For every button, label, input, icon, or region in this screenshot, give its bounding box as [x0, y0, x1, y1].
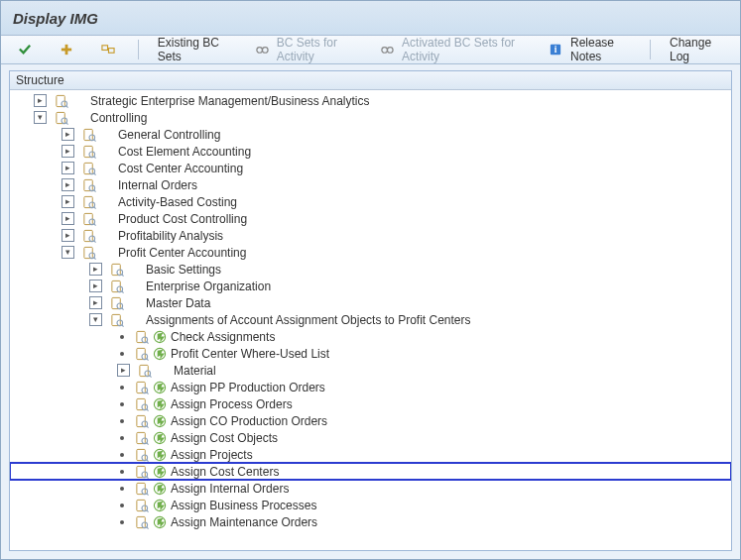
tree-label[interactable]: Assign Projects — [171, 448, 253, 462]
tree-label[interactable]: General Controlling — [118, 128, 220, 142]
expand-toggle[interactable]: ▸ — [89, 296, 102, 309]
collapse-toggle[interactable]: ▾ — [89, 313, 102, 326]
img-doc-icon[interactable] — [82, 145, 96, 159]
img-doc-icon[interactable] — [135, 381, 149, 394]
img-doc-icon[interactable] — [135, 448, 149, 462]
img-activity-icon[interactable] — [153, 431, 167, 445]
tree-row[interactable]: Assign Process Orders — [10, 395, 731, 412]
tree-label[interactable]: Assign Cost Centers — [171, 465, 279, 479]
existing-bc-sets-button[interactable]: Existing BC Sets — [149, 38, 240, 61]
tree-row[interactable]: Assign PP Production Orders — [10, 379, 731, 395]
expand-toggle[interactable]: ▸ — [62, 229, 74, 242]
img-doc-icon[interactable] — [135, 482, 149, 496]
tree-label[interactable]: Assign PP Production Orders — [171, 381, 325, 394]
tree-row[interactable]: Assign Internal Orders — [10, 480, 731, 497]
tree-row[interactable]: ▸Activity-Based Costing — [10, 193, 731, 210]
img-doc-icon[interactable] — [110, 313, 124, 327]
add-button[interactable] — [51, 38, 86, 61]
copy-button[interactable] — [92, 38, 128, 61]
img-activity-icon[interactable] — [153, 448, 167, 462]
img-activity-icon[interactable] — [153, 347, 167, 361]
tree-label[interactable]: Cost Element Accounting — [118, 145, 251, 159]
tree-row[interactable]: Assign CO Production Orders — [10, 412, 731, 429]
tree-label[interactable]: Assign Internal Orders — [171, 482, 289, 496]
expand-toggle[interactable]: ▸ — [62, 212, 74, 225]
img-activity-icon[interactable] — [153, 499, 167, 512]
tree-row[interactable]: Check Assignments — [10, 328, 731, 345]
tree-label[interactable]: Assign Business Processes — [171, 499, 316, 512]
tree-row[interactable]: ▾Profit Center Accounting — [10, 244, 731, 261]
tree-row[interactable]: Assign Cost Centers — [10, 463, 731, 480]
tree-row[interactable]: ▸General Controlling — [10, 126, 731, 143]
tree-label[interactable]: Profit Center Accounting — [118, 246, 246, 260]
tree-label[interactable]: Assignments of Account Assignment Object… — [146, 313, 471, 327]
img-doc-icon[interactable] — [135, 515, 149, 529]
img-doc-icon[interactable] — [55, 94, 68, 108]
tree-label[interactable]: Internal Orders — [118, 178, 197, 192]
tree-label[interactable]: Basic Settings — [146, 263, 221, 277]
tree-label[interactable]: Assign CO Production Orders — [171, 414, 327, 428]
img-activity-icon[interactable] — [153, 414, 167, 428]
tree-row[interactable]: ▸Cost Element Accounting — [10, 143, 731, 160]
img-doc-icon[interactable] — [82, 212, 96, 226]
img-doc-icon[interactable] — [110, 280, 124, 293]
img-doc-icon[interactable] — [55, 111, 68, 125]
tree-label[interactable]: Assign Cost Objects — [171, 431, 278, 445]
tree-label[interactable]: Material — [174, 364, 216, 378]
img-activity-icon[interactable] — [153, 482, 167, 496]
expand-toggle[interactable]: ▸ — [89, 280, 102, 292]
img-activity-icon[interactable] — [153, 397, 167, 411]
img-activity-icon[interactable] — [153, 515, 167, 529]
tree-row[interactable]: ▸Enterprise Organization — [10, 278, 731, 294]
tree-label[interactable]: Check Assignments — [171, 330, 275, 344]
img-doc-icon[interactable] — [82, 195, 96, 209]
change-log-button[interactable]: Change Log — [661, 38, 732, 61]
expand-toggle[interactable]: ▸ — [62, 128, 74, 141]
tree-label[interactable]: Assign Maintenance Orders — [171, 515, 317, 529]
tree-label[interactable]: Master Data — [146, 296, 210, 310]
release-notes-button[interactable]: Release Notes — [540, 38, 640, 61]
img-doc-icon[interactable] — [82, 162, 96, 175]
tree-row[interactable]: ▸Product Cost Controlling — [10, 210, 731, 227]
collapse-toggle[interactable]: ▾ — [34, 111, 47, 124]
tree-row[interactable]: Assign Business Processes — [10, 497, 731, 513]
img-doc-icon[interactable] — [138, 364, 152, 378]
expand-toggle[interactable]: ▸ — [117, 364, 130, 377]
img-doc-icon[interactable] — [82, 246, 96, 260]
tree-row[interactable]: ▸Material — [10, 362, 731, 379]
img-doc-icon[interactable] — [135, 397, 149, 411]
tree-row[interactable]: ▾Assignments of Account Assignment Objec… — [10, 311, 731, 328]
tree-label[interactable]: Profit Center Where-Used List — [171, 347, 329, 361]
expand-toggle[interactable]: ▸ — [62, 178, 74, 191]
tree-label[interactable]: Enterprise Organization — [146, 280, 271, 293]
check-button[interactable] — [9, 38, 45, 61]
img-doc-icon[interactable] — [110, 263, 124, 277]
img-doc-icon[interactable] — [135, 347, 149, 361]
img-doc-icon[interactable] — [135, 431, 149, 445]
img-doc-icon[interactable] — [82, 229, 96, 243]
tree-row[interactable]: ▸Internal Orders — [10, 176, 731, 193]
tree-row[interactable]: ▸Basic Settings — [10, 261, 731, 278]
expand-toggle[interactable]: ▸ — [62, 145, 74, 158]
tree-label[interactable]: Strategic Enterprise Management/Business… — [90, 94, 369, 108]
tree-row[interactable]: Profit Center Where-Used List — [10, 345, 731, 362]
img-activity-icon[interactable] — [153, 381, 167, 394]
tree-row[interactable]: Assign Maintenance Orders — [10, 513, 731, 530]
img-activity-icon[interactable] — [153, 330, 167, 344]
expand-toggle[interactable]: ▸ — [89, 263, 102, 276]
tree-row[interactable]: ▸Master Data — [10, 294, 731, 311]
tree-label[interactable]: Product Cost Controlling — [118, 212, 247, 226]
tree-label[interactable]: Profitability Analysis — [118, 229, 223, 243]
img-doc-icon[interactable] — [82, 128, 96, 142]
tree-row[interactable]: ▾Controlling — [10, 109, 731, 126]
img-doc-icon[interactable] — [135, 414, 149, 428]
img-activity-icon[interactable] — [153, 465, 167, 479]
tree-row[interactable]: Assign Cost Objects — [10, 429, 731, 446]
tree-row[interactable]: ▸Strategic Enterprise Management/Busines… — [10, 92, 731, 109]
tree-label[interactable]: Activity-Based Costing — [118, 195, 237, 209]
expand-toggle[interactable]: ▸ — [62, 162, 74, 174]
tree-label[interactable]: Controlling — [90, 111, 147, 125]
tree-label[interactable]: Assign Process Orders — [171, 397, 293, 411]
tree-row[interactable]: ▸Cost Center Accounting — [10, 160, 731, 176]
tree-row[interactable]: Assign Projects — [10, 446, 731, 463]
